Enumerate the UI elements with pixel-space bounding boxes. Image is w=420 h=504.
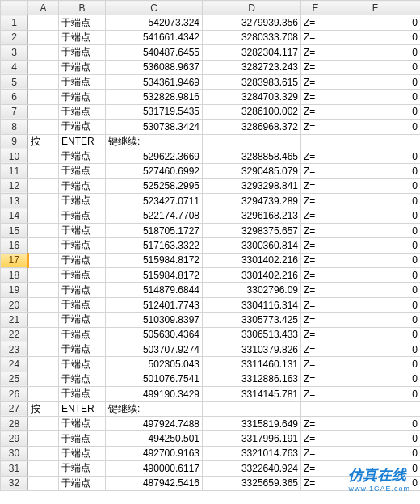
col-header-B[interactable]: B <box>59 1 106 15</box>
cell-C[interactable]: 542073.324 <box>106 15 203 30</box>
cell-A[interactable] <box>28 208 59 223</box>
cell-B[interactable]: 于端点 <box>59 387 106 401</box>
cell-C[interactable]: 540487.6455 <box>106 45 203 60</box>
cell-C[interactable]: 536088.9637 <box>106 60 203 74</box>
cell-F[interactable]: 0 <box>330 45 421 60</box>
cell-D[interactable]: 3311460.131 <box>203 357 301 372</box>
cell-E[interactable]: Z= <box>301 313 330 327</box>
cell-E[interactable]: Z= <box>301 164 330 178</box>
cell-A[interactable] <box>28 357 59 372</box>
cell-D[interactable]: 3290485.079 <box>203 164 301 178</box>
cell-B[interactable]: 于端点 <box>59 208 106 223</box>
cell-A[interactable] <box>28 120 59 134</box>
row-header[interactable]: 15 <box>1 223 28 237</box>
cell-D[interactable]: 3325659.365 <box>203 476 301 490</box>
cell-A[interactable] <box>28 372 59 386</box>
cell-C[interactable]: 494250.501 <box>106 431 203 446</box>
cell-B[interactable]: ENTER <box>59 401 106 416</box>
cell-F[interactable]: 0 <box>330 313 421 327</box>
cell-C[interactable]: 499190.3429 <box>106 387 203 401</box>
cell-F[interactable]: 0 <box>330 15 421 30</box>
cell-C[interactable]: 525258.2995 <box>106 178 203 193</box>
cell-F[interactable]: 0 <box>330 268 421 283</box>
cell-C[interactable]: 510309.8397 <box>106 313 203 327</box>
cell-D[interactable]: 3286100.002 <box>203 104 301 119</box>
row-header[interactable]: 8 <box>1 120 28 134</box>
cell-A[interactable] <box>28 268 59 283</box>
cell-D[interactable]: 3315819.649 <box>203 416 301 430</box>
cell-B[interactable]: 于端点 <box>59 416 106 430</box>
cell-D[interactable]: 3302796.09 <box>203 283 301 297</box>
cell-B[interactable]: 于端点 <box>59 357 106 372</box>
cell-C[interactable]: 492700.9163 <box>106 446 203 460</box>
row-header[interactable]: 27 <box>1 401 28 416</box>
cell-B[interactable]: 于端点 <box>59 15 106 30</box>
cell-E[interactable]: Z= <box>301 342 330 356</box>
cell-C[interactable]: 527460.6992 <box>106 164 203 178</box>
cell-B[interactable]: 于端点 <box>59 342 106 356</box>
row-header[interactable]: 26 <box>1 387 28 401</box>
cell-A[interactable] <box>28 283 59 297</box>
cell-B[interactable]: 于端点 <box>59 372 106 386</box>
row-header[interactable]: 28 <box>1 416 28 430</box>
cell-F[interactable]: 0 <box>330 327 421 342</box>
cell-A[interactable] <box>28 223 59 237</box>
cell-F[interactable]: 0 <box>330 387 421 401</box>
cell-E[interactable]: Z= <box>301 372 330 386</box>
row-header[interactable]: 16 <box>1 238 28 253</box>
row-header[interactable]: 1 <box>1 15 28 30</box>
cell-F[interactable]: 0 <box>330 297 421 312</box>
spreadsheet-grid[interactable]: A B C D E F 1于端点542073.3243279939.356Z=0… <box>0 0 420 491</box>
cell-F[interactable]: 0 <box>330 476 421 490</box>
cell-B[interactable]: 于端点 <box>59 45 106 60</box>
cell-F[interactable]: 0 <box>330 342 421 356</box>
col-header-E[interactable]: E <box>301 1 330 15</box>
cell-D[interactable]: 3283983.615 <box>203 74 301 89</box>
cell-E[interactable]: Z= <box>301 30 330 44</box>
cell-C[interactable]: 515984.8172 <box>106 268 203 283</box>
cell-B[interactable]: 于端点 <box>59 431 106 446</box>
cell-A[interactable] <box>28 342 59 356</box>
cell-A[interactable]: 按 <box>28 134 59 149</box>
cell-C[interactable]: 518705.1727 <box>106 223 203 237</box>
cell-C[interactable]: 541661.4342 <box>106 30 203 44</box>
cell-B[interactable]: 于端点 <box>59 446 106 460</box>
cell-E[interactable]: Z= <box>301 327 330 342</box>
row-header[interactable]: 14 <box>1 208 28 223</box>
cell-A[interactable] <box>28 313 59 327</box>
cell-B[interactable]: 于端点 <box>59 327 106 342</box>
cell-D[interactable] <box>203 401 301 416</box>
cell-B[interactable]: 于端点 <box>59 223 106 237</box>
row-header[interactable]: 12 <box>1 178 28 193</box>
cell-D[interactable]: 3312886.163 <box>203 372 301 386</box>
cell-D[interactable]: 3294739.289 <box>203 194 301 208</box>
cell-C[interactable]: 490000.6117 <box>106 461 203 476</box>
cell-A[interactable] <box>28 461 59 476</box>
cell-A[interactable] <box>28 297 59 312</box>
cell-E[interactable]: Z= <box>301 416 330 430</box>
cell-B[interactable]: 于端点 <box>59 120 106 134</box>
cell-E[interactable]: Z= <box>301 431 330 446</box>
cell-F[interactable]: 0 <box>330 90 421 104</box>
cell-B[interactable]: 于端点 <box>59 104 106 119</box>
cell-E[interactable]: Z= <box>301 461 330 476</box>
cell-F[interactable]: 0 <box>330 194 421 208</box>
cell-C[interactable]: 501076.7541 <box>106 372 203 386</box>
cell-C[interactable]: 532828.9816 <box>106 90 203 104</box>
cell-A[interactable] <box>28 387 59 401</box>
cell-B[interactable]: ENTER <box>59 134 106 149</box>
cell-E[interactable]: Z= <box>301 194 330 208</box>
cell-B[interactable]: 于端点 <box>59 297 106 312</box>
cell-C[interactable]: 512401.7743 <box>106 297 203 312</box>
cell-E[interactable]: Z= <box>301 387 330 401</box>
col-header-F[interactable]: F <box>330 1 421 15</box>
cell-E[interactable]: Z= <box>301 446 330 460</box>
row-header[interactable]: 6 <box>1 90 28 104</box>
cell-A[interactable] <box>28 178 59 193</box>
cell-D[interactable]: 3301402.216 <box>203 268 301 283</box>
cell-F[interactable]: 0 <box>330 30 421 44</box>
cell-D[interactable]: 3304116.314 <box>203 297 301 312</box>
cell-B[interactable]: 于端点 <box>59 253 106 267</box>
cell-D[interactable] <box>203 134 301 149</box>
cell-B[interactable]: 于端点 <box>59 476 106 490</box>
